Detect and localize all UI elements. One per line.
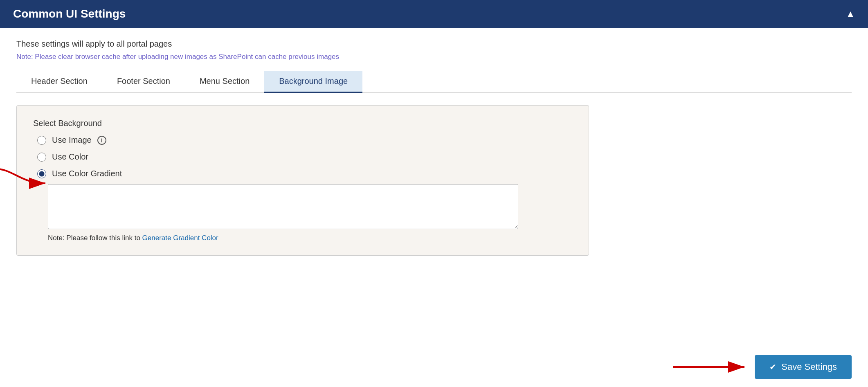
save-checkmark-icon: ✔: [769, 362, 776, 372]
gradient-area: Note: Please follow this link to Generat…: [48, 184, 572, 242]
tab-footer-section[interactable]: Footer Section: [102, 71, 185, 93]
gradient-note: Note: Please follow this link to Generat…: [48, 234, 572, 242]
page-title: Common UI Settings: [13, 7, 126, 20]
main-content: These settings will apply to all portal …: [0, 28, 868, 347]
background-panel: Select Background Use Image i Use Color: [16, 105, 589, 256]
chevron-up-icon[interactable]: ▲: [846, 9, 855, 19]
use-gradient-radio[interactable]: [37, 169, 46, 178]
arrow-to-save-icon: [669, 355, 751, 379]
use-color-label: Use Color: [52, 152, 88, 162]
use-color-radio[interactable]: [37, 153, 46, 162]
generate-gradient-link[interactable]: Generate Gradient Color: [142, 234, 218, 242]
use-color-option: Use Color: [37, 152, 572, 162]
use-image-option: Use Image i: [37, 135, 572, 145]
app-container: Common UI Settings ▲ These settings will…: [0, 0, 868, 387]
save-button-label: Save Settings: [781, 362, 837, 372]
tab-menu-section[interactable]: Menu Section: [185, 71, 264, 93]
tab-header-section[interactable]: Header Section: [16, 71, 102, 93]
use-image-label: Use Image: [52, 135, 92, 145]
cache-note: Note: Please clear browser cache after u…: [16, 53, 852, 61]
use-gradient-option: Use Color Gradient: [37, 169, 572, 178]
tab-background-image[interactable]: Background Image: [264, 71, 362, 93]
info-icon[interactable]: i: [97, 136, 106, 145]
save-wrapper: ✔ Save Settings: [755, 355, 852, 379]
title-bar: Common UI Settings ▲: [0, 0, 868, 28]
panel-title: Select Background: [33, 119, 572, 128]
subtitle-text: These settings will apply to all portal …: [16, 39, 852, 49]
tab-bar: Header Section Footer Section Menu Secti…: [16, 71, 852, 93]
footer-actions: ✔ Save Settings: [0, 347, 868, 387]
use-gradient-label: Use Color Gradient: [52, 169, 122, 178]
gradient-input[interactable]: [48, 184, 518, 229]
background-options: Use Image i Use Color: [37, 135, 572, 178]
save-settings-button[interactable]: ✔ Save Settings: [755, 355, 852, 379]
use-image-radio[interactable]: [37, 136, 46, 145]
